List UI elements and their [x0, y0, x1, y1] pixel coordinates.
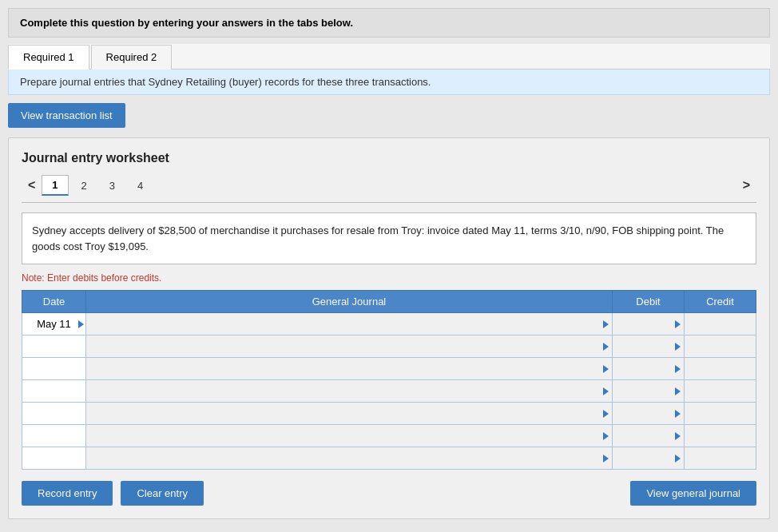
- debit-cell[interactable]: [613, 425, 685, 447]
- credit-input[interactable]: [685, 380, 756, 402]
- journal-indicator: [603, 432, 609, 440]
- table-row: [22, 403, 756, 425]
- table-row: May 11: [22, 313, 756, 335]
- date-cell: [22, 335, 86, 358]
- debit-indicator: [675, 455, 681, 463]
- journal-cell[interactable]: [86, 335, 613, 358]
- credit-input[interactable]: [685, 313, 756, 335]
- debit-cell[interactable]: [613, 380, 685, 403]
- page-tab-3[interactable]: 3: [100, 177, 125, 195]
- tabs-container: Required 1 Required 2: [8, 44, 770, 69]
- debit-indicator: [675, 365, 681, 373]
- bottom-buttons: Record entry Clear entry View general jo…: [22, 481, 756, 506]
- journal-indicator: [603, 455, 609, 463]
- tab-required-2[interactable]: Required 2: [91, 45, 173, 69]
- info-bar-text: Prepare journal entries that Sydney Reta…: [20, 76, 431, 88]
- credit-input[interactable]: [685, 403, 756, 424]
- journal-input[interactable]: [86, 380, 612, 402]
- journal-indicator: [603, 410, 609, 418]
- instruction-bar: Complete this question by entering your …: [8, 8, 770, 38]
- date-cell: [22, 380, 86, 403]
- page-tab-1[interactable]: 1: [42, 175, 68, 196]
- prev-page-arrow[interactable]: <: [22, 177, 42, 194]
- journal-input[interactable]: [86, 313, 612, 335]
- debit-cell[interactable]: [613, 447, 685, 470]
- journal-table: Date General Journal Debit Credit May 11: [22, 290, 756, 470]
- debit-input[interactable]: [613, 380, 684, 402]
- debit-indicator: [675, 343, 681, 351]
- journal-cell[interactable]: [86, 425, 613, 447]
- debit-input[interactable]: [613, 403, 684, 424]
- debit-cell[interactable]: [613, 313, 685, 335]
- credit-input[interactable]: [685, 425, 756, 447]
- journal-cell[interactable]: [86, 313, 613, 335]
- table-row: [22, 447, 756, 470]
- credit-cell[interactable]: [685, 335, 756, 358]
- debit-cell[interactable]: [613, 335, 685, 358]
- table-row: [22, 335, 756, 358]
- journal-input[interactable]: [86, 425, 612, 447]
- scenario-box: Sydney accepts delivery of $28,500 of me…: [22, 212, 756, 264]
- credit-input[interactable]: [685, 447, 756, 469]
- date-cell: [22, 425, 86, 447]
- col-journal-header: General Journal: [86, 291, 613, 313]
- debit-input[interactable]: [613, 447, 684, 469]
- page-tab-4[interactable]: 4: [128, 177, 153, 195]
- date-cell: May 11: [22, 313, 86, 335]
- debit-cell[interactable]: [613, 358, 685, 380]
- page-navigation: < 1 2 3 4 >: [22, 175, 756, 203]
- scenario-text: Sydney accepts delivery of $28,500 of me…: [32, 224, 724, 252]
- debit-indicator: [675, 410, 681, 418]
- journal-input[interactable]: [86, 447, 612, 469]
- journal-cell[interactable]: [86, 447, 613, 470]
- credit-cell[interactable]: [685, 403, 756, 425]
- credit-input[interactable]: [685, 335, 756, 357]
- row-indicator: [78, 320, 84, 328]
- journal-input[interactable]: [86, 403, 612, 424]
- view-general-journal-button[interactable]: View general journal: [630, 481, 756, 506]
- table-row: [22, 425, 756, 447]
- info-bar: Prepare journal entries that Sydney Reta…: [8, 69, 770, 95]
- view-transaction-button[interactable]: View transaction list: [8, 103, 125, 128]
- date-cell: [22, 403, 86, 425]
- journal-indicator: [603, 343, 609, 351]
- journal-cell[interactable]: [86, 358, 613, 380]
- col-credit-header: Credit: [685, 291, 756, 313]
- table-row: [22, 380, 756, 403]
- debit-input[interactable]: [613, 358, 684, 379]
- col-debit-header: Debit: [613, 291, 685, 313]
- clear-entry-button[interactable]: Clear entry: [121, 481, 204, 506]
- journal-indicator: [603, 387, 609, 395]
- credit-input[interactable]: [685, 358, 756, 379]
- col-date-header: Date: [22, 291, 86, 313]
- journal-indicator: [603, 365, 609, 373]
- journal-input[interactable]: [86, 335, 612, 357]
- debit-indicator: [675, 432, 681, 440]
- worksheet-box: Journal entry worksheet < 1 2 3 4 > Sydn…: [8, 137, 770, 519]
- debit-input[interactable]: [613, 335, 684, 357]
- note-text: Note: Enter debits before credits.: [22, 272, 756, 284]
- credit-cell[interactable]: [685, 447, 756, 470]
- debit-input[interactable]: [613, 425, 684, 447]
- table-row: [22, 358, 756, 380]
- debit-cell[interactable]: [613, 403, 685, 425]
- journal-cell[interactable]: [86, 403, 613, 425]
- date-cell: [22, 447, 86, 470]
- journal-indicator: [603, 320, 609, 328]
- credit-cell[interactable]: [685, 425, 756, 447]
- worksheet-title: Journal entry worksheet: [22, 151, 756, 165]
- journal-input[interactable]: [86, 358, 612, 379]
- debit-indicator: [675, 387, 681, 395]
- credit-cell[interactable]: [685, 358, 756, 380]
- tab-required-1[interactable]: Required 1: [8, 45, 89, 69]
- next-page-arrow[interactable]: >: [736, 177, 756, 194]
- page-tab-2[interactable]: 2: [72, 177, 97, 195]
- credit-cell[interactable]: [685, 380, 756, 403]
- record-entry-button[interactable]: Record entry: [22, 481, 113, 506]
- date-cell: [22, 358, 86, 380]
- instruction-text: Complete this question by entering your …: [20, 17, 353, 29]
- journal-cell[interactable]: [86, 380, 613, 403]
- debit-input[interactable]: [613, 313, 684, 335]
- debit-indicator: [675, 320, 681, 328]
- credit-cell[interactable]: [685, 313, 756, 335]
